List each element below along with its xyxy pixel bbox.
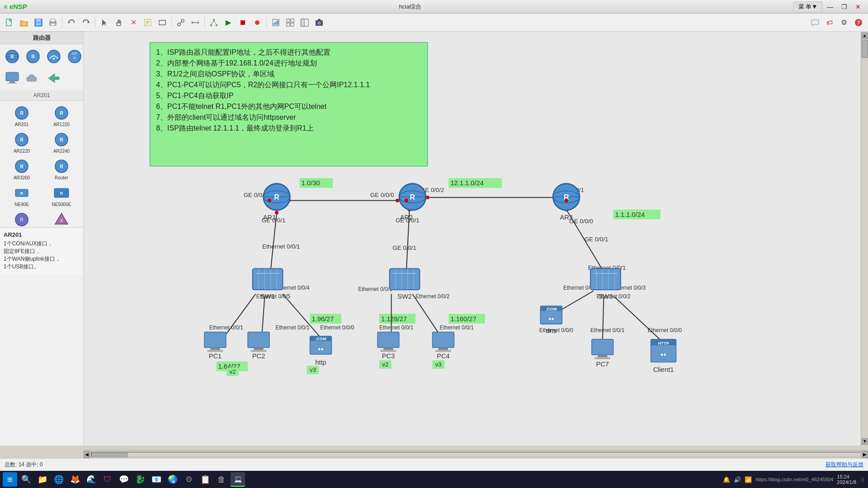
device-description: AR201 1个CON/AUX接口， 固定8FE接口， 1个WAN侧uplink… xyxy=(0,227,83,274)
record-button[interactable] xyxy=(250,16,264,29)
device-item-pc-icon[interactable] xyxy=(3,69,22,88)
svg-text:v3: v3 xyxy=(435,361,442,368)
edge-icon[interactable]: 🌐 xyxy=(52,472,66,487)
device-item-r2[interactable]: R xyxy=(24,47,42,66)
volume-icon[interactable]: 🔊 xyxy=(734,476,741,483)
device-item-cloud[interactable] xyxy=(24,69,42,88)
start-icon[interactable]: ⊞ xyxy=(3,472,17,487)
device-AR201[interactable]: R AR201 xyxy=(3,103,41,128)
settings-button[interactable]: ⚙ xyxy=(837,16,851,29)
hscroll-thumb[interactable] xyxy=(91,453,127,457)
help-button[interactable]: ? xyxy=(852,16,865,29)
stop-button[interactable]: ⏹ xyxy=(236,16,250,29)
status-help-link[interactable]: 获取帮助与反馈 xyxy=(826,461,863,469)
panel-button[interactable] xyxy=(298,16,311,29)
svg-rect-219 xyxy=(594,357,610,359)
network-taskbar-icon[interactable]: 📶 xyxy=(745,476,752,483)
hand-button[interactable] xyxy=(112,16,126,29)
file-explorer-icon[interactable]: 📁 xyxy=(35,472,50,487)
link-button[interactable] xyxy=(174,16,188,29)
device-AR2220[interactable]: R AR2220 xyxy=(3,130,41,155)
firefox-icon[interactable]: 🦊 xyxy=(68,472,82,487)
svg-text:v2: v2 xyxy=(382,361,388,368)
open-button[interactable] xyxy=(17,16,31,29)
svg-rect-54 xyxy=(9,81,15,83)
svg-marker-56 xyxy=(48,74,59,83)
chat-button[interactable] xyxy=(808,16,822,29)
device-AR1220[interactable]: R AR1220 xyxy=(42,103,80,128)
device-extra2[interactable]: X xyxy=(42,210,80,227)
canvas-area[interactable]: 1、ISP路由器只能配置IP地址，之后不得进行其他配置 2、内部整个网络基于19… xyxy=(84,32,868,446)
scroll-right-btn[interactable]: ▶ xyxy=(862,451,868,458)
scroll-left-btn[interactable]: ◀ xyxy=(84,451,90,458)
trash-icon[interactable]: 🗑 xyxy=(214,472,229,487)
restore-button[interactable]: ❐ xyxy=(838,1,851,12)
svg-point-49 xyxy=(53,58,55,60)
svg-text:GE 0/0/0: GE 0/0/0 xyxy=(370,192,394,198)
device-item-r1[interactable]: R xyxy=(3,47,22,66)
svg-text:7、外部的client可以通过域名访问httpserver: 7、外部的client可以通过域名访问httpserver xyxy=(156,113,296,121)
device-NE5000E[interactable]: R NE5000E xyxy=(42,183,80,208)
camera-button[interactable] xyxy=(312,16,326,29)
topology-button[interactable] xyxy=(207,16,221,29)
hscrollbar[interactable]: ◀ ▶ xyxy=(84,450,868,458)
minimize-button[interactable]: — xyxy=(823,1,837,12)
show-desktop[interactable]: | xyxy=(860,477,865,482)
device-Router[interactable]: R Router xyxy=(42,157,80,182)
svg-text:GE 0/0/1: GE 0/0/1 xyxy=(585,236,609,243)
notification-icon[interactable]: 🔔 xyxy=(723,476,730,483)
shield-taskbar-icon[interactable]: 🛡 xyxy=(100,472,115,487)
huawei-button[interactable]: 🏷 xyxy=(823,16,836,29)
select-button[interactable] xyxy=(98,16,111,29)
device-item-arrow[interactable] xyxy=(44,69,63,88)
rect-button[interactable] xyxy=(156,16,169,29)
device-item-isp[interactable]: ISPR xyxy=(65,47,84,66)
svg-rect-32 xyxy=(291,19,294,22)
settings-taskbar-icon[interactable]: ⚙ xyxy=(182,472,196,487)
menu-button[interactable]: 菜 单▼ xyxy=(793,1,822,12)
ie-icon[interactable]: 🌊 xyxy=(84,472,99,487)
search-taskbar-icon[interactable]: 🔍 xyxy=(19,472,33,487)
ensp-taskbar-icon[interactable]: 💻 xyxy=(231,472,245,487)
svg-text:SW1: SW1 xyxy=(260,293,275,300)
save-button[interactable] xyxy=(32,16,45,29)
sep1 xyxy=(62,17,62,28)
svg-text:Ethernet 0/0/0: Ethernet 0/0/0 xyxy=(648,327,682,333)
device-item-wireless[interactable] xyxy=(44,47,63,66)
svg-text:PC1: PC1 xyxy=(209,352,222,360)
note-button[interactable] xyxy=(141,16,155,29)
svg-rect-4 xyxy=(36,23,41,25)
svg-point-102 xyxy=(396,199,399,202)
status-count: 总数: 14 选中: 0 xyxy=(5,461,43,469)
print-button[interactable] xyxy=(46,16,60,29)
clipboard-icon[interactable]: 📋 xyxy=(198,472,212,487)
chart-button[interactable] xyxy=(269,16,283,29)
chat-taskbar-icon[interactable]: 💬 xyxy=(117,472,131,487)
new-button[interactable] xyxy=(3,16,16,29)
svg-point-226 xyxy=(268,199,271,202)
device-AR2240[interactable]: R AR2240 xyxy=(42,130,80,155)
grid-button[interactable] xyxy=(283,16,297,29)
svg-text:R: R xyxy=(73,56,76,60)
device-AR3260[interactable]: R AR3260 xyxy=(3,157,41,182)
svg-text:Ethernet 0/0/1: Ethernet 0/0/1 xyxy=(262,243,300,250)
mail-icon[interactable]: 📧 xyxy=(149,472,164,487)
svg-text:Ethernet 0/0/1: Ethernet 0/0/1 xyxy=(275,324,310,331)
delete-button[interactable]: ✕ xyxy=(127,16,140,29)
right-scrollbar[interactable]: ▲ ▼ xyxy=(861,32,868,446)
browser2-icon[interactable]: 🌏 xyxy=(165,472,180,487)
redo-button[interactable] xyxy=(79,16,93,29)
device-NE40E[interactable]: R NE40E xyxy=(3,183,41,208)
svg-rect-171 xyxy=(390,269,420,290)
start-button[interactable]: ▶ xyxy=(222,16,235,29)
device-extra1[interactable]: R xyxy=(3,210,41,227)
svg-rect-14 xyxy=(159,20,165,25)
close-button[interactable]: ✕ xyxy=(852,1,864,12)
svg-text:.COM: .COM xyxy=(315,337,326,341)
svg-rect-53 xyxy=(6,72,19,81)
measure-button[interactable] xyxy=(189,16,202,29)
undo-button[interactable] xyxy=(65,16,78,29)
game-icon[interactable]: 🐉 xyxy=(133,472,147,487)
svg-text:R: R xyxy=(60,164,63,169)
svg-rect-36 xyxy=(301,19,304,26)
